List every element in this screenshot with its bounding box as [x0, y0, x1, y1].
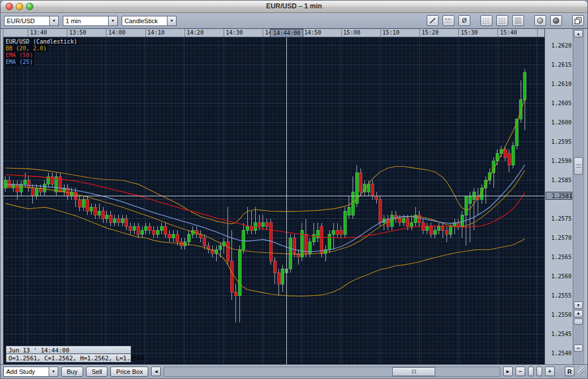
symbol-dropdown[interactable]: EUR/USD ▼: [4, 16, 59, 26]
sphere-dark-button[interactable]: [550, 15, 562, 26]
candle-up: [512, 146, 514, 165]
candle-up: [113, 219, 116, 223]
minimize-window-button[interactable]: [16, 3, 23, 10]
legend-ema25: EMA (25): [5, 59, 35, 66]
price-axis-label: 1.2555: [545, 292, 573, 299]
candle-up: [219, 246, 222, 249]
chevron-down-icon[interactable]: ▼: [167, 16, 177, 26]
candle-up: [347, 207, 350, 215]
buy-button[interactable]: Buy: [61, 367, 83, 377]
candle-up: [328, 234, 331, 249]
candle-down: [441, 226, 444, 230]
price-axis-label: 1.2590: [545, 158, 573, 165]
price-axis-label: 1.2560: [545, 273, 573, 280]
bollinger-lower-line: [6, 204, 525, 296]
time-axis-tick: 15:00: [341, 29, 360, 37]
sell-button[interactable]: Sell: [86, 367, 108, 377]
chart-panel: 13:4013:5014:0014:1014:2014:3014:4014:50…: [3, 29, 544, 364]
time-axis-tick: 14:20: [184, 29, 204, 37]
candle-down: [258, 223, 261, 227]
zoom-in-vertical-button[interactable]: +: [574, 310, 583, 317]
clear-studies-button[interactable]: Ø: [458, 15, 470, 26]
zoom-segment[interactable]: [537, 367, 542, 376]
time-axis-tick: 15:30: [458, 29, 478, 37]
grid-dense-button[interactable]: [512, 15, 524, 26]
candle-up: [246, 226, 249, 230]
time-axis-tick: 15:10: [380, 29, 400, 37]
candle-up: [156, 230, 159, 234]
scroll-right-button[interactable]: ▶: [503, 367, 513, 376]
candle-down: [234, 292, 237, 296]
scroll-left-button[interactable]: ◀: [151, 367, 161, 376]
sphere-light-button[interactable]: [534, 15, 546, 26]
vertical-scrollbar[interactable]: ▲ ▼ + −: [573, 29, 583, 364]
price-axis-label: 1.2615: [545, 62, 573, 68]
candle-down: [148, 226, 151, 230]
chevron-down-icon[interactable]: ▼: [49, 367, 58, 377]
candle-down: [203, 238, 206, 246]
candle-up: [105, 215, 108, 219]
chevron-down-icon[interactable]: ▼: [108, 16, 118, 26]
zoom-window-button[interactable]: [26, 3, 33, 10]
sphere-light-icon: [537, 18, 543, 24]
candle-up: [187, 234, 190, 242]
dashed-lines-tool-button[interactable]: [443, 15, 454, 26]
scroll-down-button[interactable]: ▼: [574, 302, 583, 309]
price-box-button[interactable]: Price Box: [110, 367, 148, 377]
chart-canvas[interactable]: EUR/USD (Candlestick) BB (20, 2.0) EMA (…: [3, 37, 544, 364]
price-axis[interactable]: 1.26201.26151.26101.26051.26001.25951.25…: [544, 29, 573, 364]
horizontal-scrollbar[interactable]: [164, 367, 500, 377]
candle-up: [90, 207, 93, 211]
candle-up: [172, 234, 175, 238]
candle-down: [152, 230, 155, 234]
symbol-dropdown-value: EUR/USD: [4, 16, 49, 26]
chart-type-dropdown-value: CandleStick: [122, 16, 167, 26]
candle-up: [133, 226, 136, 230]
cascade-windows-button[interactable]: [572, 15, 584, 26]
candle-down: [336, 230, 339, 234]
chart-type-dropdown[interactable]: CandleStick ▼: [122, 16, 177, 26]
trendline-icon: [429, 17, 436, 24]
grid-dots-medium-icon: [499, 17, 506, 24]
candle-down: [297, 253, 300, 257]
zoom-out-vertical-button[interactable]: −: [574, 344, 583, 352]
candle-up: [351, 192, 354, 215]
candle-up: [82, 200, 85, 208]
zoom-out-horizontal-button[interactable]: −: [516, 367, 525, 376]
reset-view-button[interactable]: R: [565, 367, 574, 376]
interval-dropdown[interactable]: 1 min ▼: [63, 16, 118, 26]
candle-up: [426, 226, 428, 230]
candle-up: [410, 223, 413, 227]
add-study-dropdown[interactable]: Add Study ▼: [3, 367, 58, 377]
candle-up: [523, 72, 526, 100]
candle-down: [430, 226, 432, 234]
horizontal-scroll-thumb[interactable]: [392, 367, 435, 376]
title-bar[interactable]: EUR/USD – 1 min: [1, 1, 587, 13]
candle-up: [312, 234, 315, 242]
candle-down: [129, 226, 132, 230]
window-resize-grip[interactable]: [577, 367, 585, 376]
candle-down: [27, 180, 30, 188]
vertical-zoom-handle[interactable]: [574, 318, 583, 325]
candle-up: [449, 226, 452, 234]
close-window-button[interactable]: [6, 3, 13, 10]
legend-instrument: EUR/USD (Candlestick): [5, 38, 79, 45]
candle-up: [520, 100, 522, 119]
chevron-down-icon[interactable]: ▼: [49, 16, 59, 26]
zoom-segment[interactable]: [528, 367, 534, 376]
grid-sparse-button[interactable]: [480, 15, 492, 26]
vertical-scroll-thumb[interactable]: [574, 157, 583, 175]
candle-down: [250, 226, 253, 230]
zoom-in-horizontal-button[interactable]: +: [545, 367, 555, 376]
info-box-datetime: Jun 13 ' 14:44:00: [6, 346, 131, 354]
grid-medium-button[interactable]: [496, 15, 508, 26]
candle-down: [379, 200, 381, 223]
candle-down: [320, 226, 323, 253]
time-axis[interactable]: 13:4013:5014:0014:1014:2014:3014:4014:50…: [3, 29, 544, 37]
candle-up: [437, 226, 440, 230]
scroll-up-button[interactable]: ▲: [574, 30, 583, 37]
thumb-grip-icon: [412, 369, 413, 374]
candle-down: [504, 149, 507, 157]
candle-down: [398, 219, 401, 223]
trendline-tool-button[interactable]: [427, 15, 439, 26]
